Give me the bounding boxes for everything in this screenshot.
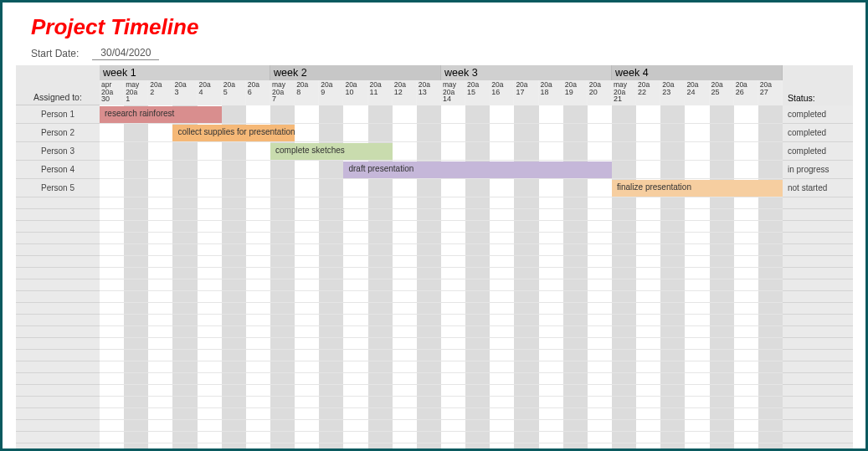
timeline-header: week 1week 2week 3week 4 apr20a30may20a1…	[100, 65, 783, 105]
day-header: 20a12	[393, 80, 417, 105]
day-header: 20a8	[295, 80, 319, 105]
empty-cell	[16, 209, 100, 221]
person-cell: Person 1	[16, 105, 100, 124]
empty-row	[100, 420, 783, 432]
empty-cell	[16, 338, 100, 350]
empty-cell	[16, 268, 100, 279]
task-row: complete sketches	[100, 142, 783, 161]
assigned-to-header: Assigned to:	[16, 65, 100, 105]
empty-cell	[783, 432, 853, 443]
day-header: 20a24	[685, 80, 709, 105]
day-header: 20a19	[563, 80, 588, 105]
day-header: 20a13	[417, 80, 441, 105]
empty-row	[100, 221, 783, 233]
empty-cell	[783, 279, 853, 291]
empty-cell	[783, 256, 853, 268]
empty-row	[100, 408, 783, 420]
empty-cell	[783, 244, 853, 256]
day-header: may20a14	[441, 80, 465, 105]
week-header: week 2	[270, 65, 441, 80]
empty-cell	[16, 373, 100, 385]
day-header: may20a21	[612, 80, 636, 105]
day-header: 20a4	[198, 80, 222, 105]
empty-row	[100, 443, 783, 451]
day-header: 20a16	[490, 80, 514, 105]
empty-cell	[783, 443, 853, 451]
day-header: 20a23	[660, 80, 685, 105]
empty-row	[100, 279, 783, 291]
status-cell: completed	[783, 142, 853, 161]
empty-cell	[783, 373, 853, 385]
empty-cell	[16, 408, 100, 420]
empty-cell	[16, 432, 100, 443]
empty-cell	[16, 385, 100, 397]
empty-row	[100, 209, 783, 221]
empty-row	[100, 385, 783, 397]
day-header: 20a3	[172, 80, 197, 105]
empty-cell	[783, 233, 853, 244]
day-header: 20a22	[636, 80, 660, 105]
empty-row	[100, 326, 783, 338]
persons-column: Person 1Person 2Person 3Person 4Person 5	[16, 105, 100, 451]
empty-cell	[16, 221, 100, 233]
empty-cell	[783, 315, 853, 326]
empty-cell	[783, 338, 853, 350]
empty-cell	[16, 256, 100, 268]
empty-cell	[16, 303, 100, 315]
day-header: 20a10	[343, 80, 367, 105]
empty-cell	[16, 197, 100, 209]
empty-cell	[783, 385, 853, 397]
status-column: completedcompletedcompletedin progressno…	[783, 105, 853, 451]
day-header: 20a17	[514, 80, 538, 105]
empty-cell	[783, 397, 853, 408]
day-header: 20a20	[588, 80, 612, 105]
day-header: may20a1	[124, 80, 148, 105]
chart-area: research rainforestcollect supplies for …	[100, 105, 783, 451]
task-bar[interactable]: draft presentation	[343, 161, 612, 178]
day-row: apr20a30may20a120a220a320a420a520a6may20…	[100, 80, 783, 105]
task-bar[interactable]: finalize presentation	[612, 180, 783, 197]
day-header: may20a7	[270, 80, 295, 105]
empty-row	[100, 197, 783, 209]
day-header: 20a2	[148, 80, 172, 105]
empty-cell	[783, 350, 853, 361]
empty-row	[100, 432, 783, 443]
day-header: 20a26	[734, 80, 758, 105]
empty-row	[100, 361, 783, 373]
start-date-value[interactable]: 30/04/2020	[92, 47, 159, 60]
task-bar[interactable]: complete sketches	[270, 143, 393, 160]
empty-cell	[16, 233, 100, 244]
empty-row	[100, 338, 783, 350]
day-header: 20a11	[368, 80, 393, 105]
day-header: 20a15	[465, 80, 490, 105]
task-bar[interactable]: collect supplies for presentation	[172, 125, 295, 141]
empty-cell	[16, 326, 100, 338]
empty-row	[100, 303, 783, 315]
empty-cell	[16, 244, 100, 256]
grid-header: Assigned to: week 1week 2week 3week 4 ap…	[16, 65, 853, 105]
status-cell: not started	[783, 179, 853, 197]
status-header: Status:	[783, 65, 853, 105]
week-row: week 1week 2week 3week 4	[100, 65, 783, 80]
empty-cell	[16, 420, 100, 432]
empty-row	[100, 397, 783, 408]
day-header: 20a9	[319, 80, 343, 105]
task-row: research rainforest	[100, 105, 783, 124]
empty-row	[100, 233, 783, 244]
task-bar[interactable]: research rainforest	[100, 106, 222, 123]
empty-row	[100, 315, 783, 326]
day-header: 20a27	[758, 80, 783, 105]
empty-cell	[783, 361, 853, 373]
empty-cell	[16, 315, 100, 326]
empty-cell	[16, 397, 100, 408]
empty-row	[100, 373, 783, 385]
week-header: week 1	[100, 65, 270, 80]
status-cell: completed	[783, 105, 853, 124]
day-header: apr20a30	[100, 80, 124, 105]
empty-cell	[783, 221, 853, 233]
day-header: 20a25	[710, 80, 734, 105]
task-row: collect supplies for presentation	[100, 124, 783, 142]
empty-cell	[16, 291, 100, 303]
empty-cell	[16, 443, 100, 451]
empty-cell	[783, 268, 853, 279]
